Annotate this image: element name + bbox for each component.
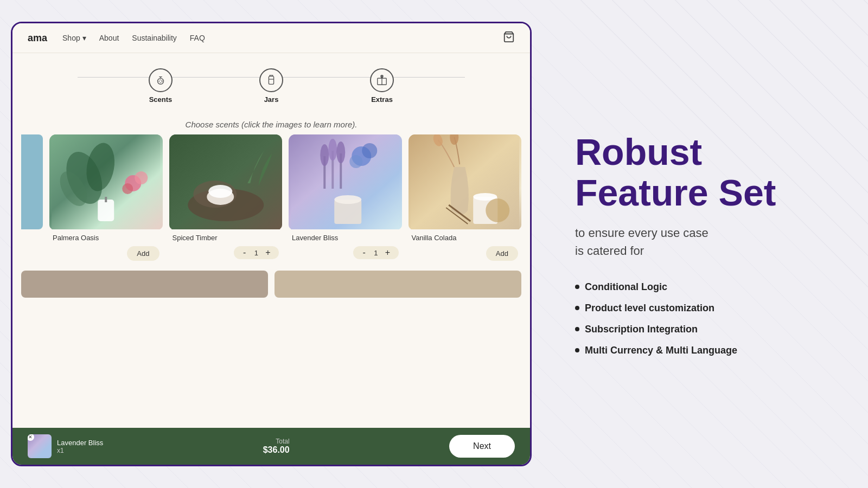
feature-item-2: Product level customization <box>575 303 835 314</box>
svg-point-28 <box>349 155 362 168</box>
navigation: ama Shop ▾ About Sustainability FAQ <box>12 23 530 53</box>
svg-point-1 <box>158 78 164 84</box>
bottom-bar: ✕ Lavender Bliss x1 Total $36.00 Next <box>12 428 530 465</box>
svg-point-27 <box>362 143 377 158</box>
cart-item-name: Lavender Bliss <box>57 439 103 447</box>
svg-point-18 <box>208 185 232 198</box>
scents-label: Scents <box>149 95 173 104</box>
product-name-vanilla: Vanilla Colada <box>409 229 522 244</box>
svg-point-25 <box>336 142 345 163</box>
product-grid-row2 <box>12 266 530 299</box>
product-actions-spiced: - 1 + <box>169 244 283 265</box>
svg-rect-3 <box>269 76 273 85</box>
nav-links: Shop ▾ About Sustainability FAQ <box>62 34 205 42</box>
product-card-spiced: Spiced Timber - 1 + <box>169 134 283 266</box>
product-actions-vanilla: Add <box>409 244 522 266</box>
feature-label-1: Conditional Logic <box>585 281 667 293</box>
step-extras[interactable]: Extras <box>370 68 394 104</box>
total-label: Total <box>276 438 289 445</box>
svg-rect-9 <box>98 200 114 221</box>
qty-control-lavender: - 1 + <box>353 246 398 259</box>
svg-point-30 <box>334 195 361 204</box>
stepper: Scents Jars <box>12 53 530 112</box>
feature-item-3: Subscription Integration <box>575 324 835 335</box>
jars-icon <box>259 68 283 92</box>
feature-subtitle: to ensure every use caseis catered for <box>575 224 835 260</box>
svg-point-36 <box>486 198 509 222</box>
stepper-steps: Scents Jars <box>149 68 394 104</box>
cart-total: Total $36.00 <box>263 438 290 455</box>
bullet-3 <box>575 327 579 331</box>
total-amount: $36.00 <box>263 445 290 455</box>
feature-label-4: Multi Currency & Multi Language <box>585 345 737 356</box>
feature-label-2: Product level customization <box>585 303 714 314</box>
qty-increase-lavender[interactable]: + <box>384 248 392 257</box>
product-configurator-panel: ama Shop ▾ About Sustainability FAQ <box>11 22 532 466</box>
feature-list: Conditional Logic Product level customiz… <box>575 281 835 356</box>
qty-increase-spiced[interactable]: + <box>264 248 272 257</box>
step-scents[interactable]: Scents <box>149 68 173 104</box>
bullet-1 <box>575 285 579 289</box>
qty-value-spiced: 1 <box>254 249 258 257</box>
feature-title: Robust Feature Set <box>575 132 835 213</box>
product-actions-lavender: - 1 + <box>289 244 402 265</box>
partial-card-2[interactable] <box>275 271 521 298</box>
add-button-palmera[interactable]: Add <box>127 246 159 261</box>
product-name-lavender: Lavender Bliss <box>289 229 402 244</box>
step-jars[interactable]: Jars <box>259 68 283 104</box>
extras-icon <box>370 68 394 92</box>
bullet-4 <box>575 348 579 352</box>
qty-value-lavender: 1 <box>374 249 378 257</box>
cart-button[interactable] <box>503 31 515 45</box>
qty-decrease-spiced[interactable]: - <box>240 248 249 257</box>
svg-point-12 <box>135 171 148 184</box>
product-card-lavender: Lavender Bliss - 1 + <box>289 134 402 266</box>
site-logo: ama <box>28 33 47 44</box>
right-panel: Robust Feature Set to ensure every use c… <box>532 99 868 389</box>
product-image-vanilla[interactable] <box>409 134 522 229</box>
product-card-partial-left[interactable] <box>21 134 43 229</box>
partial-card-1[interactable] <box>21 271 268 298</box>
chevron-down-icon: ▾ <box>82 34 86 42</box>
cart-item-qty: x1 <box>57 447 103 454</box>
feature-item-4: Multi Currency & Multi Language <box>575 345 835 356</box>
bullet-2 <box>575 306 579 310</box>
add-button-vanilla[interactable]: Add <box>486 246 518 261</box>
qty-decrease-lavender[interactable]: - <box>360 248 368 257</box>
product-card-vanilla: Vanilla Colada Add <box>409 134 522 266</box>
scents-icon <box>149 68 173 92</box>
nav-faq[interactable]: FAQ <box>190 34 205 42</box>
product-name-spiced: Spiced Timber <box>169 229 283 244</box>
product-name-palmera: Palmera Oasis <box>49 229 163 244</box>
cart-item-info: Lavender Bliss x1 <box>57 439 103 454</box>
product-grid: Palmera Oasis Add <box>12 134 530 266</box>
next-button[interactable]: Next <box>449 435 515 458</box>
product-actions-palmera: Add <box>49 244 163 266</box>
product-image-palmera[interactable] <box>49 134 163 229</box>
remove-item-button[interactable]: ✕ <box>28 434 34 441</box>
jars-label: Jars <box>264 95 279 104</box>
svg-point-13 <box>122 183 133 194</box>
cart-thumb: ✕ <box>28 434 52 458</box>
nav-shop[interactable]: Shop ▾ <box>62 34 86 42</box>
extras-label: Extras <box>371 95 393 104</box>
feature-item-1: Conditional Logic <box>575 281 835 293</box>
svg-point-24 <box>328 139 337 160</box>
content-area: Choose scents (click the images to learn… <box>12 112 530 428</box>
content-title: Choose scents (click the images to learn… <box>12 112 530 134</box>
feature-title-line2: Feature Set <box>575 172 776 213</box>
product-image-lavender[interactable] <box>289 134 402 229</box>
cart-item-preview: ✕ Lavender Bliss x1 <box>28 434 103 458</box>
svg-point-23 <box>320 144 329 166</box>
feature-label-3: Subscription Integration <box>585 324 698 335</box>
nav-sustainability[interactable]: Sustainability <box>132 34 177 42</box>
svg-point-2 <box>159 80 162 83</box>
product-image-spiced[interactable] <box>169 134 283 229</box>
product-card-palmera: Palmera Oasis Add <box>49 134 163 266</box>
feature-title-line1: Robust <box>575 131 702 172</box>
svg-rect-10 <box>105 197 107 202</box>
nav-about[interactable]: About <box>99 34 119 42</box>
qty-control-spiced: - 1 + <box>234 246 279 259</box>
